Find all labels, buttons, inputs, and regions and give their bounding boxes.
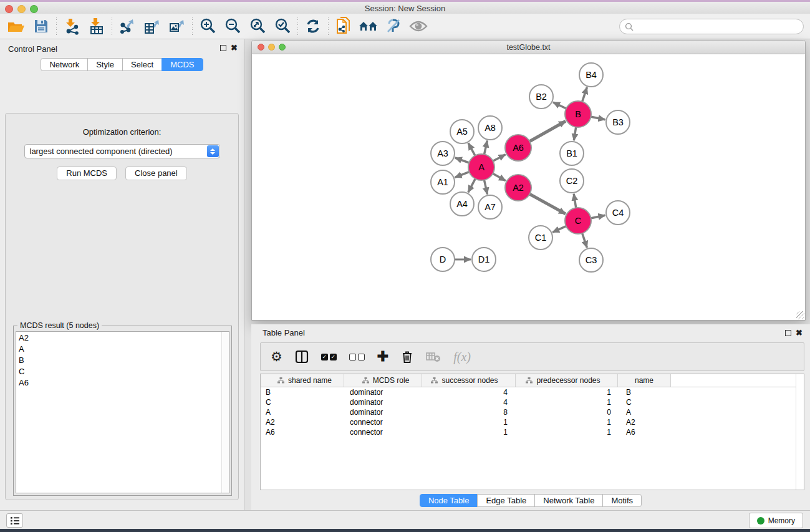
tab-select[interactable]: Select [122, 58, 162, 71]
mcds-result-list[interactable]: A2 A B C A6 [16, 331, 229, 493]
graph-node-D1[interactable]: D1 [472, 248, 496, 271]
list-item[interactable]: A [16, 343, 229, 354]
window-resize-grip[interactable] [796, 311, 804, 319]
zoom-fit-button[interactable] [245, 16, 270, 37]
graph-node-B[interactable]: B [565, 101, 591, 127]
toolbar-separator [192, 17, 193, 36]
table-panel-tabs: Node Table Edge Table Network Table Moti… [251, 494, 810, 507]
function-builder-button-disabled: f(x) [453, 350, 471, 364]
zoom-out-button[interactable] [220, 16, 245, 37]
show-columns-button[interactable] [295, 350, 309, 364]
hide-details-button[interactable] [381, 16, 406, 37]
node-label: B3 [612, 117, 624, 127]
column-header-predecessor-nodes[interactable]: predecessor nodes [516, 374, 618, 387]
table-row[interactable]: B dominator 4 1 B [261, 387, 804, 397]
float-panel-icon[interactable] [220, 45, 226, 51]
import-network-icon [63, 17, 80, 35]
optimization-criterion-select[interactable]: largest connected component (directed) [24, 144, 220, 158]
network-graph-canvas[interactable]: AA1A2A3A4A5A6A7A8BB1B2B3B4CC1C2C3C4DD1 [252, 54, 805, 320]
table-row[interactable]: A6 connector 1 1 A6 [261, 427, 804, 437]
optimization-criterion-value: largest connected component (directed) [30, 147, 173, 156]
tab-style[interactable]: Style [87, 58, 123, 71]
add-column-button[interactable]: ✚ [377, 349, 388, 365]
open-session-button[interactable] [4, 16, 29, 37]
graph-node-C3[interactable]: C3 [579, 248, 603, 272]
graph-node-A7[interactable]: A7 [478, 195, 502, 219]
list-item[interactable]: B [16, 354, 229, 365]
search-field[interactable] [619, 19, 804, 34]
homes-button[interactable] [356, 16, 381, 37]
node-label: C4 [612, 208, 624, 218]
export-network-button[interactable] [115, 16, 140, 37]
save-session-button[interactable] [29, 16, 54, 37]
column-header-name[interactable]: name [618, 374, 671, 387]
table-settings-button[interactable]: ⚙ [271, 349, 282, 364]
table-row[interactable]: A2 connector 1 1 A2 [261, 417, 804, 427]
import-table-button[interactable] [84, 16, 109, 37]
zoom-selected-icon [274, 17, 291, 35]
graph-node-B2[interactable]: B2 [529, 85, 553, 109]
zoom-in-button[interactable] [195, 16, 220, 37]
column-header-mcds-role[interactable]: MCDS role [344, 374, 422, 387]
list-item[interactable]: A2 [16, 332, 229, 343]
scrollbar-track[interactable] [221, 332, 229, 493]
float-panel-icon[interactable] [785, 330, 791, 336]
clone-network-button[interactable] [331, 16, 356, 37]
open-folder-icon [7, 19, 26, 34]
list-item[interactable]: C [16, 365, 229, 377]
toolbar-separator [328, 17, 329, 36]
import-network-button[interactable] [59, 16, 84, 37]
tab-mcds[interactable]: MCDS [162, 58, 203, 71]
close-panel-icon[interactable]: ✖ [231, 43, 238, 52]
tab-edge-table[interactable]: Edge Table [477, 494, 535, 507]
memory-button[interactable]: Memory [749, 513, 803, 528]
graph-node-B4[interactable]: B4 [579, 63, 603, 87]
export-table-button[interactable] [140, 16, 165, 37]
unselect-all-columns-button[interactable] [349, 354, 365, 360]
column-header-shared-name[interactable]: shared name [261, 374, 344, 387]
desktop-wallpaper-strip [0, 529, 810, 532]
graph-node-D[interactable]: D [431, 248, 455, 271]
export-table-icon [143, 17, 161, 35]
list-item[interactable]: A6 [16, 377, 229, 388]
column-header-successor-nodes[interactable]: successor nodes [422, 374, 516, 387]
select-all-columns-button[interactable]: ✓✓ [321, 354, 337, 360]
table-toolbar: ⚙ ✓✓ ✚ f( [260, 342, 804, 371]
show-panels-button[interactable] [6, 513, 23, 528]
table-row[interactable]: C dominator 4 1 C [261, 397, 804, 407]
graph-node-C[interactable]: C [565, 208, 591, 234]
graph-node-A6[interactable]: A6 [505, 135, 531, 161]
delete-column-button[interactable] [401, 350, 413, 364]
graph-node-A3[interactable]: A3 [431, 142, 455, 165]
window-title: Session: New Session [0, 4, 810, 13]
tab-motifs[interactable]: Motifs [602, 494, 642, 507]
graph-node-C2[interactable]: C2 [560, 169, 584, 193]
graph-node-A[interactable]: A [468, 154, 494, 180]
delete-table-button-disabled [426, 351, 441, 362]
tab-node-table[interactable]: Node Table [420, 494, 478, 507]
tab-network[interactable]: Network [41, 58, 88, 71]
refresh-button[interactable] [301, 16, 325, 37]
graph-node-C1[interactable]: C1 [529, 226, 552, 249]
network-window-titlebar[interactable]: testGlobe.txt [252, 41, 805, 54]
zoom-selected-button[interactable] [270, 16, 295, 37]
search-input[interactable] [634, 22, 803, 31]
title-bar: Session: New Session [0, 2, 810, 14]
graph-node-B1[interactable]: B1 [560, 142, 584, 165]
graph-node-C4[interactable]: C4 [606, 201, 630, 225]
close-panel-icon[interactable]: ✖ [796, 328, 803, 337]
export-image-button[interactable] [165, 16, 190, 37]
table-row[interactable]: A dominator 8 0 A [261, 407, 804, 417]
graph-node-A8[interactable]: A8 [478, 116, 502, 140]
graph-node-A1[interactable]: A1 [431, 170, 455, 194]
eye-button[interactable] [406, 16, 431, 37]
tab-network-table[interactable]: Network Table [534, 494, 603, 507]
mcds-tab-content: Optimization criterion: largest connecte… [5, 113, 239, 500]
close-panel-button[interactable]: Close panel [125, 167, 187, 180]
graph-node-A2[interactable]: A2 [505, 175, 531, 201]
run-mcds-button[interactable]: Run MCDS [57, 167, 117, 180]
graph-node-B3[interactable]: B3 [606, 110, 630, 134]
table-scrollbar-track[interactable] [796, 374, 804, 490]
graph-node-A5[interactable]: A5 [450, 120, 474, 143]
graph-node-A4[interactable]: A4 [450, 192, 474, 216]
